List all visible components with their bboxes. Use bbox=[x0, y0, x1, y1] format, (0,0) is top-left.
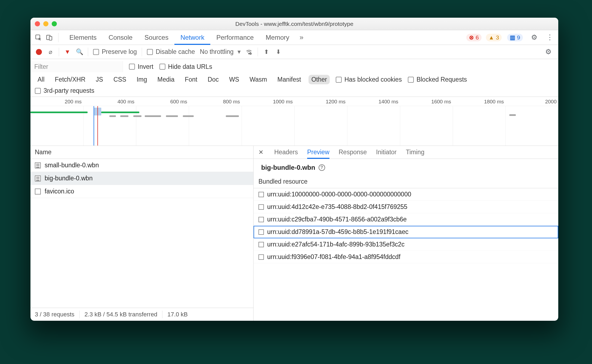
type-filter-img[interactable]: Img bbox=[134, 75, 150, 84]
type-filter-doc[interactable]: Doc bbox=[205, 75, 221, 84]
timeline-tick: 800 ms bbox=[223, 99, 242, 105]
timeline-tick: 2000 bbox=[545, 99, 558, 105]
network-filter-bar: Invert Hide data URLs AllFetch/XHRJSCSSI… bbox=[30, 59, 558, 97]
disable-cache-checkbox[interactable]: Disable cache bbox=[147, 48, 195, 55]
document-icon bbox=[35, 175, 41, 181]
request-row[interactable]: big-bundle-0.wbn bbox=[30, 172, 253, 185]
throttling-value: No throttling bbox=[200, 48, 234, 55]
timeline-tick: 200 ms bbox=[65, 99, 83, 105]
tab-network[interactable]: Network bbox=[174, 30, 210, 45]
chevron-down-icon: ▾ bbox=[238, 48, 241, 55]
network-status-bar: 3 / 38 requests 2.3 kB / 54.5 kB transfe… bbox=[30, 308, 253, 321]
type-filter-js[interactable]: JS bbox=[93, 75, 106, 84]
document-icon bbox=[35, 162, 41, 168]
upload-har-icon[interactable]: ⬆ bbox=[263, 48, 270, 55]
tab-performance[interactable]: Performance bbox=[210, 30, 260, 45]
type-filter-manifest[interactable]: Manifest bbox=[275, 75, 304, 84]
resource-urn: urn:uuid:f9396e07-f081-4bfe-94a1-a8f954f… bbox=[267, 253, 400, 261]
network-split: Name small-bundle-0.wbnbig-bundle-0.wbnf… bbox=[30, 146, 558, 321]
overflow-tabs-icon[interactable]: » bbox=[298, 33, 305, 42]
request-list[interactable]: small-bundle-0.wbnbig-bundle-0.wbnfavico… bbox=[30, 159, 253, 308]
help-icon[interactable]: ? bbox=[319, 164, 325, 171]
resource-icon bbox=[258, 229, 264, 235]
resource-icon bbox=[258, 204, 264, 210]
clear-icon[interactable]: ⌀ bbox=[47, 48, 54, 55]
errors-badge[interactable]: ⊗6 bbox=[466, 34, 482, 41]
detail-tab-headers[interactable]: Headers bbox=[274, 146, 298, 159]
invert-checkbox[interactable]: Invert bbox=[129, 63, 153, 70]
detail-tab-initiator[interactable]: Initiator bbox=[376, 146, 396, 159]
network-conditions-icon[interactable] bbox=[246, 49, 253, 55]
resource-icon bbox=[258, 254, 264, 260]
type-filter-all[interactable]: All bbox=[35, 75, 47, 84]
name-column-header[interactable]: Name bbox=[30, 146, 253, 159]
filter-toggle-icon[interactable]: ▼ bbox=[64, 48, 71, 55]
status-resources: 17.0 kB bbox=[167, 311, 188, 318]
window-title: DevTools - www.jefftk.com/test/wbn9/prot… bbox=[30, 21, 558, 27]
panel-tabs: ElementsConsoleSourcesNetworkPerformance… bbox=[30, 30, 558, 45]
timeline-tick: 1200 ms bbox=[326, 99, 347, 105]
timeline-tick: 1000 ms bbox=[273, 99, 294, 105]
type-filter-media[interactable]: Media bbox=[155, 75, 177, 84]
third-party-checkbox[interactable]: 3rd-party requests bbox=[35, 87, 94, 94]
type-filter-wasm[interactable]: Wasm bbox=[247, 75, 270, 84]
tab-elements[interactable]: Elements bbox=[63, 30, 103, 45]
toggle-device-icon[interactable] bbox=[45, 33, 53, 42]
hide-data-urls-checkbox[interactable]: Hide data URLs bbox=[159, 63, 212, 70]
type-filter-css[interactable]: CSS bbox=[111, 75, 129, 84]
request-detail-panel: ✕ HeadersPreviewResponseInitiatorTiming … bbox=[254, 146, 558, 321]
svg-rect-2 bbox=[49, 36, 52, 40]
resource-urn: urn:uuid:e27afc54-171b-4afc-899b-93b135e… bbox=[267, 241, 405, 248]
bundled-resource-row[interactable]: urn:uuid:e27afc54-171b-4afc-899b-93b135e… bbox=[254, 238, 558, 251]
tab-sources[interactable]: Sources bbox=[138, 30, 174, 45]
network-settings-icon[interactable]: ⚙ bbox=[544, 48, 553, 56]
bundled-resource-row[interactable]: urn:uuid:10000000-0000-0000-0000-0000000… bbox=[254, 188, 558, 201]
search-icon[interactable]: 🔍 bbox=[76, 48, 83, 55]
network-timeline[interactable]: 200 ms400 ms600 ms800 ms1000 ms1200 ms14… bbox=[30, 97, 558, 146]
settings-icon[interactable]: ⚙ bbox=[529, 33, 539, 42]
detail-tabs: ✕ HeadersPreviewResponseInitiatorTiming bbox=[254, 146, 558, 159]
messages-badge[interactable]: ▥9 bbox=[507, 34, 523, 41]
tab-memory[interactable]: Memory bbox=[260, 30, 295, 45]
close-detail-icon[interactable]: ✕ bbox=[258, 149, 263, 156]
detail-tab-preview[interactable]: Preview bbox=[307, 146, 329, 159]
devtools-window: DevTools - www.jefftk.com/test/wbn9/prot… bbox=[30, 18, 558, 321]
bundled-resource-list[interactable]: urn:uuid:10000000-0000-0000-0000-0000000… bbox=[254, 188, 558, 321]
request-row[interactable]: small-bundle-0.wbn bbox=[30, 159, 253, 172]
type-filter-fetch-xhr[interactable]: Fetch/XHR bbox=[52, 75, 88, 84]
resource-urn: urn:uuid:dd78991a-57db-459c-b8b5-1e191f9… bbox=[267, 228, 408, 236]
warnings-badge[interactable]: ▲3 bbox=[486, 34, 502, 41]
request-row[interactable]: favicon.ico bbox=[30, 185, 253, 198]
filter-input[interactable] bbox=[30, 61, 123, 72]
error-icon: ⊗ bbox=[469, 34, 474, 41]
type-filter-font[interactable]: Font bbox=[182, 75, 200, 84]
bundled-resource-row[interactable]: urn:uuid:4d12c42e-e735-4088-8bd2-0f415f7… bbox=[254, 201, 558, 213]
record-button[interactable] bbox=[36, 49, 42, 55]
type-filter-other[interactable]: Other bbox=[309, 75, 330, 84]
request-name: small-bundle-0.wbn bbox=[45, 162, 99, 169]
detail-tab-response[interactable]: Response bbox=[339, 146, 367, 159]
type-filter-ws[interactable]: WS bbox=[226, 75, 242, 84]
preview-title-row: big-bundle-0.wbn ? bbox=[254, 159, 558, 176]
preserve-log-checkbox[interactable]: Preserve log bbox=[93, 48, 137, 55]
throttling-select[interactable]: No throttling ▾ bbox=[200, 48, 241, 55]
resource-icon bbox=[258, 192, 264, 197]
has-blocked-cookies-checkbox[interactable]: Has blocked cookies bbox=[336, 76, 402, 83]
request-name: big-bundle-0.wbn bbox=[45, 175, 92, 182]
bundled-resource-row[interactable]: urn:uuid:c29cfba7-490b-4571-8656-a002a9f… bbox=[254, 213, 558, 226]
file-icon bbox=[35, 189, 41, 195]
network-toolbar: ⌀ ▼ 🔍 Preserve log Disable cache No thro… bbox=[30, 45, 558, 59]
download-har-icon[interactable]: ⬇ bbox=[275, 48, 282, 55]
bundled-resource-row[interactable]: urn:uuid:f9396e07-f081-4bfe-94a1-a8f954f… bbox=[254, 251, 558, 263]
detail-tab-timing[interactable]: Timing bbox=[406, 146, 424, 159]
tab-console[interactable]: Console bbox=[103, 30, 138, 45]
blocked-requests-checkbox[interactable]: Blocked Requests bbox=[408, 76, 467, 83]
more-icon[interactable]: ⋮ bbox=[545, 33, 554, 42]
status-requests: 3 / 38 requests bbox=[35, 311, 75, 318]
preview-file-name: big-bundle-0.wbn bbox=[261, 164, 315, 171]
warning-icon: ▲ bbox=[489, 34, 494, 41]
inspect-element-icon[interactable] bbox=[34, 33, 42, 42]
preserve-log-label: Preserve log bbox=[102, 48, 137, 55]
errors-count: 6 bbox=[476, 34, 479, 41]
bundled-resource-row[interactable]: urn:uuid:dd78991a-57db-459c-b8b5-1e191f9… bbox=[254, 226, 558, 238]
